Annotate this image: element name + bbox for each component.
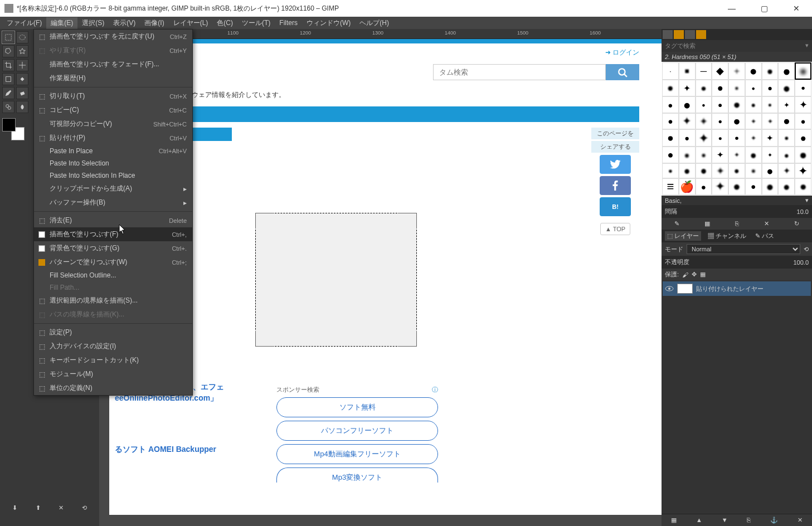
raise-layer-icon[interactable]: ▲ [696, 517, 702, 524]
minimize-button[interactable]: — [721, 4, 743, 13]
brush-65[interactable]: ● [696, 178, 712, 195]
edit-menu-パスの境界線を描画([interactable]: ⬚パスの境界線を描画(K)... [34, 308, 192, 322]
brush-18[interactable]: ● [662, 96, 679, 113]
tool-clone[interactable] [2, 101, 14, 113]
brush-34[interactable]: ● [778, 113, 795, 129]
merge-layer-icon[interactable]: ⚓ [770, 517, 778, 524]
ad-link-4[interactable]: Mp3変換ソフト [276, 467, 438, 483]
brush-70[interactable]: ● [778, 178, 795, 195]
brush-17[interactable]: ● [795, 80, 811, 96]
layer-item[interactable]: 貼り付けられたレイヤー [663, 281, 811, 296]
brush-grid[interactable]: ·■─◆+●●●●●✦●●●●●●●●●●●●●●✦✦●✦✦●●✦✦●●●●✦●… [662, 62, 812, 196]
brush-69[interactable]: ● [762, 178, 779, 195]
rtab-2[interactable] [674, 30, 684, 39]
edit-menu-描画色で塗りつぶす [interactable]: ⬚描画色で塗りつぶす を元に戻す(U)Ctrl+Z [34, 30, 192, 43]
brush-59[interactable]: ● [745, 163, 762, 178]
lower-layer-icon[interactable]: ▼ [722, 517, 728, 524]
brush-49[interactable]: ✦ [728, 147, 745, 163]
brush-37[interactable]: ● [679, 129, 696, 147]
menu-window[interactable]: ウィンドウ(W) [302, 17, 355, 29]
edit-menu-Paste Into[interactable]: Paste Into Selection In Place [34, 169, 192, 182]
twitter-button[interactable] [600, 155, 631, 174]
brush-44[interactable]: ● [795, 129, 811, 147]
edit-menu-Paste Into[interactable]: Paste Into Selection [34, 157, 192, 169]
rtab-3[interactable] [685, 30, 695, 39]
brush-26[interactable]: ✦ [795, 96, 811, 113]
menu-file[interactable]: ファイル(F) [2, 17, 46, 29]
brush-32[interactable]: ✦ [745, 113, 762, 129]
brush-12[interactable]: ● [712, 80, 728, 96]
del-brush-icon[interactable]: ✕ [764, 220, 769, 227]
brush-42[interactable]: ✦ [762, 129, 779, 147]
refresh-brush-icon[interactable]: ↻ [794, 220, 799, 227]
menu-filters[interactable]: Filters [275, 18, 302, 28]
brush-43[interactable]: ● [778, 129, 795, 147]
brush-39[interactable]: ● [712, 129, 728, 147]
ad-info-icon[interactable]: ⓘ [432, 386, 438, 394]
brush-6[interactable]: ● [762, 62, 779, 80]
brush-46[interactable]: ● [679, 147, 696, 163]
edit-menu-クリップボードから生[interactable]: クリップボードから生成(A)▸ [34, 182, 192, 196]
edit-menu-消去(E)[interactable]: ⬚消去(E)Delete [34, 213, 192, 227]
restore-options-icon[interactable]: ⬆ [36, 504, 41, 512]
brush-15[interactable]: ● [762, 80, 779, 96]
edit-brush-icon[interactable]: ✎ [674, 220, 679, 227]
brush-68[interactable]: ● [745, 178, 762, 195]
edit-menu-バッファー操作(B)[interactable]: バッファー操作(B)▸ [34, 196, 192, 210]
layer-name[interactable]: 貼り付けられたレイヤー [696, 285, 764, 293]
brush-55[interactable]: ● [679, 163, 696, 178]
brush-8[interactable]: ● [795, 62, 811, 80]
brush-5[interactable]: ● [745, 62, 762, 80]
brush-29[interactable]: ✦ [696, 113, 712, 129]
menu-edit[interactable]: 編集(E) [46, 17, 77, 29]
ad-link-1[interactable]: ソフト無料 [276, 397, 438, 417]
brush-52[interactable]: ● [778, 147, 795, 163]
tool-transform[interactable] [2, 73, 14, 85]
brush-54[interactable]: ● [662, 163, 679, 178]
edit-menu-コピー(C)[interactable]: ⬚コピー(C)Ctrl+C [34, 103, 192, 117]
edit-menu-単位の定義(N)[interactable]: ⬚単位の定義(N) [34, 381, 192, 395]
brush-67[interactable]: ● [728, 178, 745, 195]
brush-61[interactable]: ✦ [778, 163, 795, 178]
brush-47[interactable]: ● [696, 147, 712, 163]
brush-53[interactable]: ● [795, 147, 811, 163]
edit-menu-設定(P)[interactable]: ⬚設定(P) [34, 325, 192, 339]
edit-menu-Fill Path.[interactable]: Fill Path... [34, 281, 192, 294]
new-layer-icon[interactable]: ▦ [671, 517, 677, 524]
edit-menu-切り取り(T)[interactable]: ⬚切り取り(T)Ctrl+X [34, 89, 192, 103]
menu-select[interactable]: 選択(S) [77, 17, 109, 29]
brush-66[interactable]: ✦ [712, 178, 728, 195]
close-button[interactable]: ✕ [785, 4, 808, 13]
edit-menu-キーボードショートカ[interactable]: ⬚キーボードショートカット(K) [34, 353, 192, 367]
brush-7[interactable]: ● [778, 62, 795, 80]
brush-10[interactable]: ✦ [679, 80, 696, 96]
brush-64[interactable]: 🍎 [679, 178, 696, 195]
tool-fuzzy-select[interactable] [16, 45, 28, 57]
brush-40[interactable]: ● [728, 129, 745, 147]
brush-28[interactable]: ✦ [679, 113, 696, 129]
brush-27[interactable]: ● [662, 113, 679, 129]
edit-menu-やり直す(R)[interactable]: ⬚やり直す(R)Ctrl+Y [34, 43, 192, 57]
channels-tab[interactable]: ▦ チャンネル [706, 231, 748, 241]
brush-33[interactable]: ✦ [762, 113, 779, 129]
tool-free-select[interactable] [2, 45, 14, 57]
menu-help[interactable]: ヘルプ(H) [355, 17, 393, 29]
ad-link-2[interactable]: パソコンフリーソフト [276, 421, 438, 441]
tool-bucket[interactable] [16, 73, 28, 85]
layers-tab[interactable]: ⬚ レイヤー [665, 231, 701, 241]
save-options-icon[interactable]: ⬇ [12, 504, 17, 512]
brush-22[interactable]: ● [728, 96, 745, 113]
edit-menu-貼り付け(P)[interactable]: ⬚貼り付け(P)Ctrl+V [34, 131, 192, 145]
menu-view[interactable]: 表示(V) [109, 17, 140, 29]
edit-menu-選択範囲の境界線を描[interactable]: ⬚選択範囲の境界線を描画(S)... [34, 294, 192, 308]
brush-41[interactable]: ✦ [745, 129, 762, 147]
maximize-button[interactable]: ▢ [753, 4, 775, 13]
brush-23[interactable]: ● [745, 96, 762, 113]
brush-24[interactable]: ● [762, 96, 779, 113]
brush-search[interactable]: タグで検索 [665, 42, 696, 49]
brush-50[interactable]: ● [745, 147, 762, 163]
brush-9[interactable]: ● [662, 80, 679, 96]
web-search-button[interactable] [606, 64, 639, 80]
rtab-4[interactable] [696, 30, 706, 39]
brush-11[interactable]: ● [696, 80, 712, 96]
